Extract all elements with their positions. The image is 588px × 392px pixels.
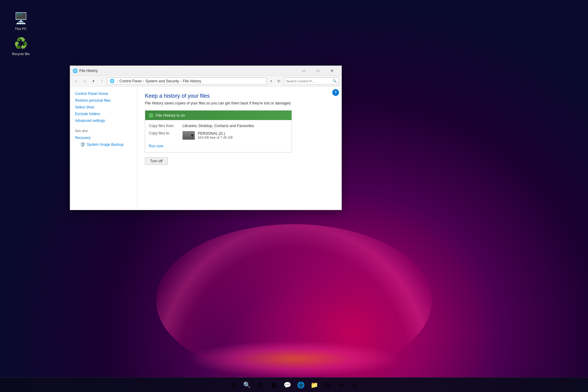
sidebar-link-recovery[interactable]: Recovery xyxy=(75,134,132,141)
sidebar-link-home[interactable]: Control Panel Home xyxy=(70,90,137,97)
status-box: File History is on Copy files from: Libr… xyxy=(145,110,292,153)
bg-glow2 xyxy=(187,341,401,377)
help-button[interactable]: ? xyxy=(332,89,339,96)
sidebar-link-select[interactable]: Select drive xyxy=(70,104,137,111)
main-content: ? Keep a history of your files File Hist… xyxy=(138,87,341,210)
sidebar: Control Panel Home Restore personal file… xyxy=(70,87,138,210)
see-also-title: See also xyxy=(75,129,132,133)
search-input[interactable] xyxy=(286,79,333,83)
recycle-icon: ♻️ xyxy=(13,36,28,51)
taskbar-search[interactable]: 🔍 xyxy=(241,379,253,391)
window-icon: 🌐 xyxy=(73,68,77,73)
up-button[interactable]: ↑ xyxy=(98,77,106,85)
taskbar-store[interactable]: 🛍 xyxy=(322,379,334,391)
taskbar: ⊞ 🔍 ⧉ ▦ 💬 🌐 📁 🛍 ✉ ⚙ xyxy=(0,377,588,392)
page-description: File History saves copies of your files … xyxy=(145,101,334,105)
taskbar-explorer[interactable]: 📁 xyxy=(308,379,320,391)
action-area: Turn off xyxy=(145,157,334,165)
sidebar-link-restore[interactable]: Restore personal files xyxy=(70,97,137,104)
window-title: File History xyxy=(79,69,297,73)
taskbar-widgets[interactable]: ▦ xyxy=(268,379,280,391)
address-bar: ‹ › ▾ ↑ 🌐 › Control Panel › System and S… xyxy=(70,76,341,87)
taskbar-settings[interactable]: ⚙ xyxy=(349,379,361,391)
sidebar-link-advanced[interactable]: Advanced settings xyxy=(70,117,137,124)
copy-from-value: Libraries, Desktop, Contacts and Favouri… xyxy=(183,124,254,128)
monitor-label: This PC xyxy=(15,27,27,31)
refresh-button[interactable]: ↻ xyxy=(275,77,283,85)
status-indicator xyxy=(149,113,153,118)
title-bar: 🌐 File History — □ ✕ xyxy=(70,66,341,76)
dropdown-button[interactable]: ▾ xyxy=(90,77,97,85)
address-path[interactable]: 🌐 › Control Panel › System and Security … xyxy=(107,77,267,85)
run-now-link[interactable]: Run now xyxy=(149,144,163,148)
copy-to-row: Copy files to: PERSONAL (G:) 624 KB free… xyxy=(149,131,288,140)
window-controls: — □ ✕ xyxy=(297,66,339,76)
taskbar-edge[interactable]: 🌐 xyxy=(295,379,307,391)
sidebar-see-also: See also Recovery 🛡️ System Image Backup xyxy=(70,129,137,148)
path-sep-2: › xyxy=(143,79,144,83)
search-icon: 🔍 xyxy=(333,79,337,83)
content-area: Control Panel Home Restore personal file… xyxy=(70,87,341,210)
recycle-label: Recycle Bin xyxy=(12,52,30,56)
path-sep-1: › xyxy=(117,79,118,83)
status-text: File History is on xyxy=(156,113,185,118)
status-header: File History is on xyxy=(145,111,292,120)
drive-space: 624 KB free of 7.45 GB xyxy=(198,136,233,139)
path-globe-icon: 🌐 xyxy=(110,79,115,83)
drive-icon xyxy=(183,131,195,140)
desktop-icon-monitor[interactable]: 🖥️ This PC xyxy=(9,11,33,31)
taskbar-start[interactable]: ⊞ xyxy=(227,379,239,391)
sidebar-link-exclude[interactable]: Exclude folders xyxy=(70,111,137,117)
taskbar-teams[interactable]: 💬 xyxy=(281,379,293,391)
drive-info: PERSONAL (G:) 624 KB free of 7.45 GB xyxy=(183,131,233,140)
forward-button[interactable]: › xyxy=(81,77,89,85)
maximize-button[interactable]: □ xyxy=(311,66,325,76)
backup-icon: 🛡️ xyxy=(80,142,85,147)
path-sep-3: › xyxy=(180,79,182,83)
path-dropdown-button[interactable]: ▾ xyxy=(268,77,274,85)
sidebar-item-backup: 🛡️ System Image Backup xyxy=(75,141,132,148)
taskbar-taskview[interactable]: ⧉ xyxy=(254,379,266,391)
minimize-button[interactable]: — xyxy=(297,66,311,76)
monitor-icon: 🖥️ xyxy=(13,11,28,26)
path-system-security: System and Security xyxy=(145,79,179,83)
file-history-window: 🌐 File History — □ ✕ ‹ › ▾ ↑ 🌐 › Control… xyxy=(70,66,342,210)
sidebar-link-backup[interactable]: System Image Backup xyxy=(87,142,123,147)
turn-off-button[interactable]: Turn off xyxy=(145,157,168,165)
copy-from-label: Copy files from: xyxy=(149,124,183,128)
drive-text: PERSONAL (G:) 624 KB free of 7.45 GB xyxy=(198,131,233,139)
copy-to-label: Copy files to: xyxy=(149,131,183,135)
copy-from-row: Copy files from: Libraries, Desktop, Con… xyxy=(149,124,288,128)
path-control-panel: Control Panel xyxy=(119,79,142,83)
desktop-icon-recycle[interactable]: ♻️ Recycle Bin xyxy=(9,36,33,56)
taskbar-mail[interactable]: ✉ xyxy=(335,379,347,391)
search-box[interactable]: 🔍 xyxy=(284,77,339,85)
page-title: Keep a history of your files xyxy=(145,93,334,99)
path-file-history: File History xyxy=(183,79,201,83)
close-button[interactable]: ✕ xyxy=(325,66,339,76)
drive-name: PERSONAL (G:) xyxy=(198,131,233,136)
status-body: Copy files from: Libraries, Desktop, Con… xyxy=(145,120,292,152)
back-button[interactable]: ‹ xyxy=(73,77,80,85)
